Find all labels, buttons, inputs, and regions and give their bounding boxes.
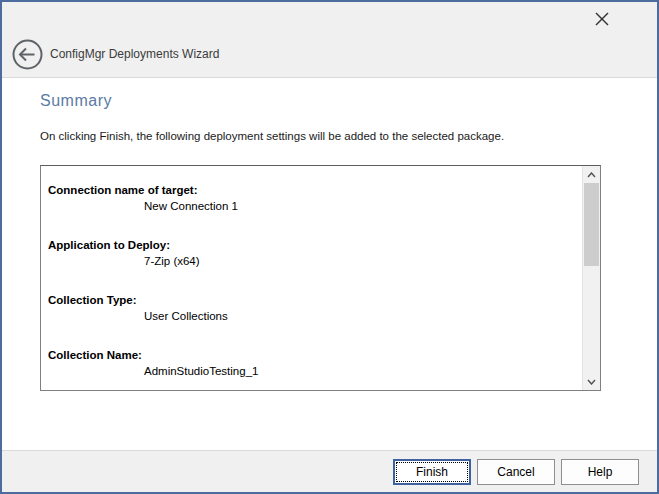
wizard-footer: Finish Cancel Help xyxy=(2,450,657,492)
summary-item-label: Collection Name: xyxy=(48,347,583,363)
wizard-title: ConfigMgr Deployments Wizard xyxy=(50,47,219,61)
wizard-page-summary: Summary On clicking Finish, the followin… xyxy=(2,78,657,450)
summary-item: Connection name of target: New Connectio… xyxy=(48,182,583,214)
vertical-scrollbar[interactable] xyxy=(582,166,600,390)
summary-item-value: User Collections xyxy=(144,308,583,324)
summary-settings-text: Connection name of target: New Connectio… xyxy=(41,166,583,390)
summary-item-label: Collection Type: xyxy=(48,292,583,308)
summary-settings-panel: Connection name of target: New Connectio… xyxy=(40,165,601,391)
back-button[interactable] xyxy=(12,39,43,70)
summary-item: Collection Name: AdminStudioTesting_1 xyxy=(48,347,583,379)
configmgr-deployments-wizard-dialog: ConfigMgr Deployments Wizard Summary On … xyxy=(0,0,659,494)
scroll-down-icon[interactable] xyxy=(583,373,600,390)
finish-button[interactable]: Finish xyxy=(393,459,471,485)
page-description: On clicking Finish, the following deploy… xyxy=(40,130,504,142)
scrollbar-thumb[interactable] xyxy=(584,183,599,266)
close-icon[interactable] xyxy=(591,8,613,30)
scroll-up-icon[interactable] xyxy=(583,166,600,183)
wizard-header: ConfigMgr Deployments Wizard xyxy=(2,2,657,78)
summary-item-value: 7-Zip (x64) xyxy=(144,253,583,269)
summary-item-value: New Connection 1 xyxy=(144,198,583,214)
summary-item-label: Connection name of target: xyxy=(48,182,583,198)
summary-item: Application to Deploy: 7-Zip (x64) xyxy=(48,237,583,269)
cancel-button[interactable]: Cancel xyxy=(477,459,555,485)
summary-item-value: AdminStudioTesting_1 xyxy=(144,363,583,379)
summary-item-label: Application to Deploy: xyxy=(48,237,583,253)
summary-item: Collection Type: User Collections xyxy=(48,292,583,324)
help-button[interactable]: Help xyxy=(561,459,639,485)
page-title: Summary xyxy=(40,92,112,110)
